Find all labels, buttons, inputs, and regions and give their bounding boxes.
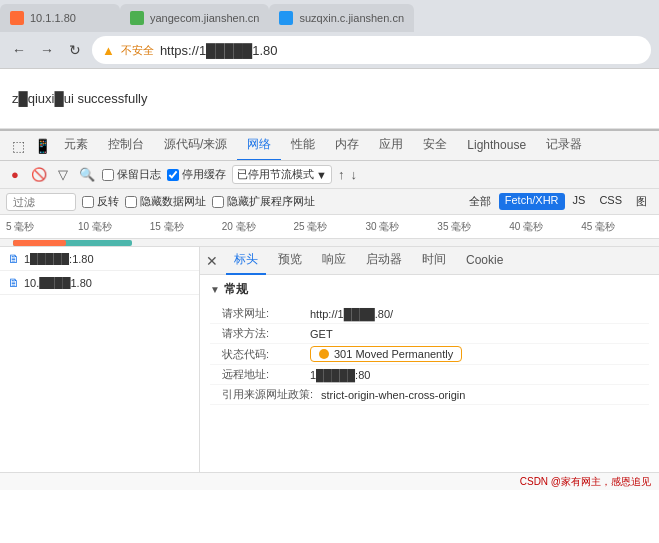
request-doc-icon-1: 🗎: [8, 276, 20, 290]
search-icon[interactable]: 🔍: [78, 166, 96, 184]
detail-value-url: http://1████.80/: [310, 308, 649, 320]
record-button[interactable]: ●: [6, 166, 24, 184]
csdn-watermark-text: CSDN @家有网主，感恩追见: [520, 475, 651, 489]
detail-value-remote-addr: 1█████:80: [310, 369, 649, 381]
devtools-tab-bar: ⬚ 📱 元素 控制台 源代码/来源 网络 性能 内存 应用 安全 Lightho…: [0, 131, 659, 161]
timeline-label-6: 35 毫秒: [437, 220, 509, 234]
detail-tab-preview[interactable]: 预览: [270, 247, 310, 275]
detail-row-url: 请求网址: http://1████.80/: [210, 304, 649, 324]
timeline-label-7: 40 毫秒: [509, 220, 581, 234]
filter-row: 反转 隐藏数据网址 隐藏扩展程序网址 全部 Fetch/XHR JS CSS 图: [0, 189, 659, 215]
detail-tab-initiator[interactable]: 启动器: [358, 247, 410, 275]
tab-application[interactable]: 应用: [369, 131, 413, 161]
detail-tab-headers[interactable]: 标头: [226, 247, 266, 275]
detail-key-remote-addr: 远程地址:: [222, 367, 302, 382]
filter-all-btn[interactable]: 全部: [463, 193, 497, 210]
filter-input[interactable]: [6, 193, 76, 211]
tab-security[interactable]: 安全: [413, 131, 457, 161]
timeline-label-5: 30 毫秒: [365, 220, 437, 234]
request-list: 🗎 1█████:1.80 🗎 10.████1.80: [0, 247, 200, 472]
detail-row-method: 请求方法: GET: [210, 324, 649, 344]
hide-data-urls-checkbox[interactable]: 隐藏数据网址: [125, 194, 206, 209]
csdn-watermark-bar: CSDN @家有网主，感恩追见: [0, 472, 659, 490]
detail-row-remote-addr: 远程地址: 1█████:80: [210, 365, 649, 385]
upload-icon[interactable]: ↑: [338, 167, 345, 182]
timeline-row: 5 毫秒 10 毫秒 15 毫秒 20 毫秒 25 毫秒 30 毫秒 35 毫秒…: [0, 215, 659, 239]
filter-js-btn[interactable]: JS: [567, 193, 592, 210]
timeline-label-0: 5 毫秒: [6, 220, 78, 234]
detail-row-status: 状态代码: 301 Moved Permanently: [210, 344, 649, 365]
filter-css-btn[interactable]: CSS: [593, 193, 628, 210]
filter-types: 全部 Fetch/XHR JS CSS 图: [463, 193, 653, 210]
tab-label-3: suzqxin.c.jianshen.cn: [299, 12, 404, 24]
tab-label-2: yangecom.jianshen.cn: [150, 12, 259, 24]
hide-extensions-checkbox[interactable]: 隐藏扩展程序网址: [212, 194, 315, 209]
timeline-label-4: 25 毫秒: [294, 220, 366, 234]
timeline-label-1: 10 毫秒: [78, 220, 150, 234]
detail-key-method: 请求方法:: [222, 326, 302, 341]
waterfall-area: [0, 239, 659, 247]
filter-fetch-xhr-btn[interactable]: Fetch/XHR: [499, 193, 565, 210]
preserve-log-checkbox[interactable]: 保留日志: [102, 167, 161, 182]
timeline-label-3: 20 毫秒: [222, 220, 294, 234]
not-secure-label: 不安全: [121, 43, 154, 58]
tab-elements[interactable]: 元素: [54, 131, 98, 161]
request-item-0[interactable]: 🗎 1█████:1.80: [0, 247, 199, 271]
tab-1[interactable]: 10.1.1.80: [0, 4, 120, 32]
timeline-label-8: 45 毫秒: [581, 220, 653, 234]
devtools-panel: ⬚ 📱 元素 控制台 源代码/来源 网络 性能 内存 应用 安全 Lightho…: [0, 129, 659, 472]
request-name-1: 10.████1.80: [24, 277, 191, 289]
section-header-general[interactable]: ▼ 常规: [210, 281, 649, 298]
detail-row-referrer: 引用来源网址政策: strict-origin-when-cross-origi…: [210, 385, 649, 405]
request-name-0: 1█████:1.80: [24, 253, 191, 265]
tab-bar: 10.1.1.80 yangecom.jianshen.cn suzqxin.c…: [0, 0, 659, 32]
tab-favicon-2: [130, 11, 144, 25]
status-badge: 301 Moved Permanently: [310, 346, 462, 362]
timeline-label-2: 15 毫秒: [150, 220, 222, 234]
detail-panel: ✕ 标头 预览 响应 启动器 时间 Cookie: [200, 247, 659, 472]
address-url: https://1█████1.80: [160, 43, 278, 58]
timeline-labels: 5 毫秒 10 毫秒 15 毫秒 20 毫秒 25 毫秒 30 毫秒 35 毫秒…: [6, 220, 653, 234]
tab-memory[interactable]: 内存: [325, 131, 369, 161]
detail-tab-timing[interactable]: 时间: [414, 247, 454, 275]
warning-icon: ▲: [102, 43, 115, 58]
refresh-button[interactable]: ↻: [64, 39, 86, 61]
page-content: z█qiuxi█ui successfully: [0, 69, 659, 129]
tab-3[interactable]: suzqxin.c.jianshen.cn: [269, 4, 414, 32]
forward-button[interactable]: →: [36, 39, 58, 61]
network-toolbar: ● 🚫 ▽ 🔍 保留日志 停用缓存 已停用节流模式 ▼ ↑ ↓: [0, 161, 659, 189]
back-button[interactable]: ←: [8, 39, 30, 61]
device-icon[interactable]: 📱: [30, 134, 54, 158]
tab-performance[interactable]: 性能: [281, 131, 325, 161]
detail-key-status: 状态代码:: [222, 347, 302, 362]
filter-icon[interactable]: ▽: [54, 166, 72, 184]
tab-network[interactable]: 网络: [237, 131, 281, 161]
tab-recorder[interactable]: 记录器: [536, 131, 592, 161]
detail-key-url: 请求网址:: [222, 306, 302, 321]
filter-img-btn[interactable]: 图: [630, 193, 653, 210]
status-text: 301 Moved Permanently: [334, 348, 453, 360]
tab-sources[interactable]: 源代码/来源: [154, 131, 237, 161]
tab-favicon-3: [279, 11, 293, 25]
invert-checkbox[interactable]: 反转: [82, 194, 119, 209]
detail-close-button[interactable]: ✕: [206, 253, 218, 269]
tab-2[interactable]: yangecom.jianshen.cn: [120, 4, 269, 32]
throttle-dropdown[interactable]: 已停用节流模式 ▼: [232, 165, 332, 184]
inspect-icon[interactable]: ⬚: [6, 134, 30, 158]
disable-cache-checkbox[interactable]: 停用缓存: [167, 167, 226, 182]
clear-button[interactable]: 🚫: [30, 166, 48, 184]
detail-content: ▼ 常规 请求网址: http://1████.80/ 请求方法: GET 状态…: [200, 275, 659, 472]
request-doc-icon-0: 🗎: [8, 252, 20, 266]
tab-label-1: 10.1.1.80: [30, 12, 110, 24]
waterfall-bar-2: [13, 240, 66, 246]
browser-chrome: 10.1.1.80 yangecom.jianshen.cn suzqxin.c…: [0, 0, 659, 69]
tab-lighthouse[interactable]: Lighthouse: [457, 131, 536, 161]
detail-tab-cookie[interactable]: Cookie: [458, 247, 511, 275]
detail-tab-response[interactable]: 响应: [314, 247, 354, 275]
address-box[interactable]: ▲ 不安全 https://1█████1.80: [92, 36, 651, 64]
download-icon[interactable]: ↓: [350, 167, 357, 182]
tab-console[interactable]: 控制台: [98, 131, 154, 161]
detail-tabs: ✕ 标头 预览 响应 启动器 时间 Cookie: [200, 247, 659, 275]
request-item-1[interactable]: 🗎 10.████1.80: [0, 271, 199, 295]
status-dot-icon: [319, 349, 329, 359]
